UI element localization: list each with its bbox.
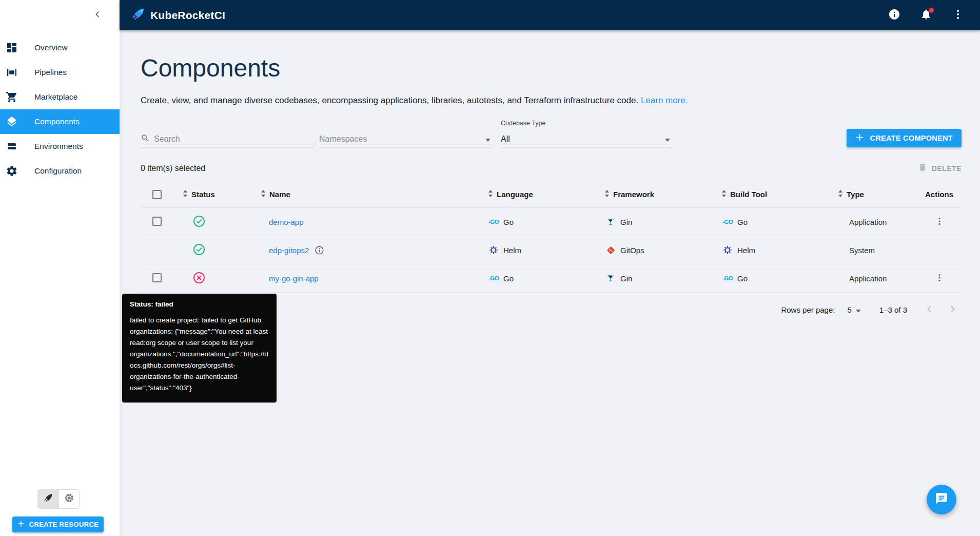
trash-icon: [918, 163, 927, 174]
column-header-status[interactable]: Status: [172, 190, 253, 199]
sidebar-item-label: Marketplace: [34, 92, 77, 102]
create-component-button[interactable]: CREATE COMPONENT: [847, 129, 962, 147]
kubernetes-view-button[interactable]: [58, 490, 79, 508]
column-header-framework[interactable]: Framework: [601, 190, 718, 199]
row-checkbox[interactable]: [152, 217, 162, 226]
chevron-down-icon: [856, 305, 861, 314]
cart-icon: [6, 91, 18, 103]
create-component-label: CREATE COMPONENT: [870, 134, 953, 142]
app-bar: KubeRocketCI: [120, 0, 980, 30]
namespaces-select[interactable]: Namespaces: [319, 131, 493, 147]
sidebar-item-label: Environments: [34, 142, 83, 151]
column-header-actions: Actions: [917, 190, 962, 199]
success-check-icon[interactable]: [193, 215, 205, 229]
rows-per-page-label: Rows per page:: [781, 305, 835, 314]
chevron-left-icon: [94, 10, 102, 21]
sort-icon: [604, 190, 610, 199]
go-icon: -GO: [488, 219, 499, 225]
sort-icon: [183, 190, 188, 199]
stacks-icon: [6, 140, 18, 152]
go-icon: -GO: [722, 275, 733, 281]
portal-view-button[interactable]: [38, 490, 58, 508]
sidebar-footer: CREATE RESOURCE: [0, 489, 120, 536]
pipelines-icon: [6, 66, 18, 79]
delete-button[interactable]: DELETE: [918, 163, 962, 174]
row-actions-button[interactable]: [931, 213, 948, 231]
create-resource-label: CREATE RESOURCE: [29, 521, 99, 528]
gitops-icon: [605, 245, 616, 255]
error-cross-icon[interactable]: [193, 272, 205, 285]
top-bar: KubeRocketCI: [0, 0, 980, 30]
column-header-type[interactable]: Type: [835, 190, 917, 199]
select-all-checkbox[interactable]: [152, 190, 162, 199]
main-content: Components Create, view, and manage dive…: [120, 30, 980, 536]
sidebar-item-label: Configuration: [34, 166, 82, 176]
chevron-down-icon: [485, 135, 491, 144]
component-type: Application: [835, 218, 917, 226]
search-input[interactable]: [154, 135, 315, 144]
gin-icon: [605, 274, 616, 283]
kebab-menu-icon: [934, 273, 945, 284]
chat-fab-button[interactable]: [927, 485, 956, 514]
dashboard-icon: [6, 42, 18, 54]
codebase-type-label: Codebase Type: [501, 120, 545, 127]
search-field: [141, 131, 315, 147]
column-header-name[interactable]: Name: [253, 190, 484, 199]
gin-icon: [605, 217, 616, 226]
codebase-type-value: All: [501, 135, 510, 144]
table-header: Status Name Language Framework Build Too…: [141, 181, 962, 208]
tooltip-body: failed to create project: failed to get …: [130, 315, 269, 394]
row-checkbox[interactable]: [152, 273, 162, 282]
info-button[interactable]: [885, 6, 904, 25]
sidebar: Overview Pipelines Marketplace Component…: [0, 30, 120, 536]
create-resource-button[interactable]: CREATE RESOURCE: [12, 516, 104, 532]
page-description: Create, view, and manage diverse codebas…: [141, 95, 962, 106]
sidebar-item-pipelines[interactable]: Pipelines: [0, 60, 120, 85]
component-type: Application: [835, 274, 917, 283]
component-link[interactable]: edp-gitops2: [269, 246, 309, 255]
sidebar-item-label: Components: [34, 117, 80, 126]
sidebar-item-components[interactable]: Components: [0, 109, 120, 134]
chat-bubble-icon: [935, 492, 948, 507]
app-title: KubeRocketCI: [150, 9, 225, 22]
component-link[interactable]: demo-app: [269, 218, 304, 226]
chevron-left-icon: [924, 303, 935, 316]
info-icon: [888, 8, 900, 23]
kebab-menu-icon: [952, 8, 964, 23]
learn-more-link[interactable]: Learn more.: [641, 95, 688, 105]
previous-page-button[interactable]: [920, 301, 938, 318]
filters-row: Namespaces Codebase Type All CREATE COMP…: [141, 129, 962, 147]
success-check-icon[interactable]: [193, 243, 205, 257]
row-actions-button[interactable]: [931, 270, 948, 287]
kebab-menu-icon: [934, 216, 945, 228]
component-link[interactable]: my-go-gin-app: [269, 274, 319, 283]
top-bar-actions: [885, 6, 968, 25]
column-header-language[interactable]: Language: [484, 190, 601, 199]
next-page-button[interactable]: [944, 301, 962, 318]
page-description-text: Create, view, and manage diverse codebas…: [141, 95, 638, 105]
select-all-cell: [141, 190, 172, 199]
delete-label: DELETE: [932, 164, 962, 173]
page-title: Components: [141, 54, 962, 82]
sidebar-item-environments[interactable]: Environments: [0, 134, 120, 159]
sidebar-item-marketplace[interactable]: Marketplace: [0, 85, 120, 109]
notifications-button[interactable]: [916, 6, 936, 25]
sidebar-nav: Overview Pipelines Marketplace Component…: [0, 30, 120, 183]
sort-icon: [261, 190, 266, 199]
sidebar-collapse-button[interactable]: [89, 6, 107, 25]
pagination-range: 1–3 of 3: [879, 305, 907, 314]
overflow-menu-button[interactable]: [948, 6, 968, 25]
sidebar-item-overview[interactable]: Overview: [0, 35, 120, 60]
codebase-type-select[interactable]: Codebase Type All: [501, 131, 672, 147]
sidebar-item-label: Overview: [34, 43, 68, 52]
view-toggle: [37, 489, 80, 509]
status-tooltip: Status: failed failed to create project:…: [122, 294, 277, 403]
info-outline-icon[interactable]: [314, 245, 324, 255]
rocket-icon: [43, 493, 53, 505]
selected-count-text: 0 item(s) selected: [141, 164, 205, 173]
rows-per-page-select[interactable]: 5: [847, 305, 860, 314]
sidebar-item-configuration[interactable]: Configuration: [0, 159, 120, 183]
column-header-build-tool[interactable]: Build Tool: [718, 190, 835, 199]
component-type: System: [835, 246, 917, 255]
search-icon: [141, 133, 150, 145]
